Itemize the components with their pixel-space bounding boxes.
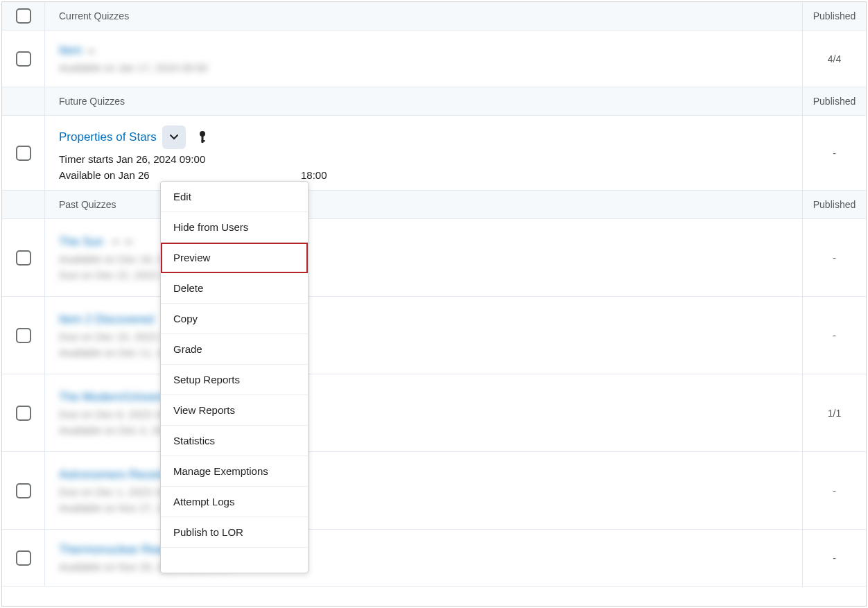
quiz-link[interactable]: Item: [59, 44, 82, 58]
svg-point-0: [200, 131, 205, 137]
table-row: Astronomers Receiving Due on Dec 1, 2023…: [2, 452, 866, 530]
published-header: Published: [802, 2, 866, 30]
published-value: 4/4: [802, 31, 866, 87]
published-header: Published: [802, 191, 866, 218]
quiz-table: Current Quizzes Published Item •• Availa…: [1, 1, 867, 607]
section-header-current: Current Quizzes Published: [2, 2, 866, 31]
table-row: The Sun •• ▪▪ Available on Dec 18, 2023 …: [2, 219, 866, 297]
published-value: -: [802, 297, 866, 374]
published-value: -: [802, 219, 866, 296]
row-checkbox[interactable]: [16, 328, 31, 343]
row-checkbox[interactable]: [16, 51, 31, 67]
quiz-availability: Available on Jan 26 18:00: [59, 169, 788, 181]
menu-item-delete[interactable]: Delete: [161, 273, 308, 304]
svg-rect-2: [201, 140, 205, 142]
chevron-down-icon: [169, 132, 179, 142]
row-checkbox[interactable]: [16, 146, 31, 161]
menu-item-hide[interactable]: Hide from Users: [161, 212, 308, 243]
published-value: -: [802, 530, 866, 586]
table-row: Properties of Stars Timer starts Jan 26,…: [2, 116, 866, 191]
section-header-future: Future Quizzes Published: [2, 87, 866, 116]
quiz-timer: Timer starts Jan 26, 2024 09:00: [59, 153, 788, 165]
menu-item-edit[interactable]: Edit: [161, 182, 308, 212]
quiz-actions-menu: Edit Hide from Users Preview Delete Copy…: [160, 181, 309, 573]
menu-item-grade[interactable]: Grade: [161, 334, 308, 365]
menu-item-setup-reports[interactable]: Setup Reports: [161, 365, 308, 395]
section-label: Current Quizzes: [59, 10, 788, 21]
quiz-link[interactable]: The Sun: [59, 235, 103, 249]
row-checkbox[interactable]: [16, 250, 31, 266]
published-value: -: [802, 452, 866, 529]
table-row: Thermonuclear Reactions Yield •• ▪▪ Avai…: [2, 530, 866, 587]
quiz-link-properties-of-stars[interactable]: Properties of Stars: [59, 130, 157, 144]
select-all-current-checkbox[interactable]: [16, 8, 31, 24]
menu-item-attempt-logs[interactable]: Attempt Logs: [161, 487, 308, 517]
row-checkbox[interactable]: [16, 483, 31, 498]
menu-item-statistics[interactable]: Statistics: [161, 426, 308, 456]
quiz-link[interactable]: Item 2 Discovered: [59, 313, 154, 327]
section-label: Future Quizzes: [59, 96, 788, 107]
key-icon: [197, 130, 208, 144]
published-value: -: [802, 116, 866, 190]
menu-item-publish-lor[interactable]: Publish to LOR: [161, 517, 308, 548]
published-header: Published: [802, 87, 866, 115]
menu-item-copy[interactable]: Copy: [161, 304, 308, 334]
row-checkbox[interactable]: [16, 406, 31, 421]
menu-item-view-reports[interactable]: View Reports: [161, 395, 308, 426]
published-value: 1/1: [802, 374, 866, 451]
quiz-link[interactable]: The Modern/Universe: [59, 390, 172, 404]
table-row: Item 2 Discovered Due on Dec 15, 2023 18…: [2, 297, 866, 374]
quiz-actions-dropdown[interactable]: [162, 125, 186, 149]
menu-item-preview[interactable]: Preview: [161, 243, 308, 273]
table-row: Item •• Available on Jan 17, 2024 09:00 …: [2, 31, 866, 87]
quiz-meta-icon: ••: [87, 45, 95, 57]
menu-item-manage-exemptions[interactable]: Manage Exemptions: [161, 456, 308, 487]
quiz-meta: Available on Jan 17, 2024 09:00: [59, 62, 788, 73]
row-checkbox[interactable]: [16, 550, 31, 566]
section-header-past: Past Quizzes Published: [2, 191, 866, 219]
table-row: The Modern/Universe Due on Dec 8, 2023 1…: [2, 374, 866, 452]
